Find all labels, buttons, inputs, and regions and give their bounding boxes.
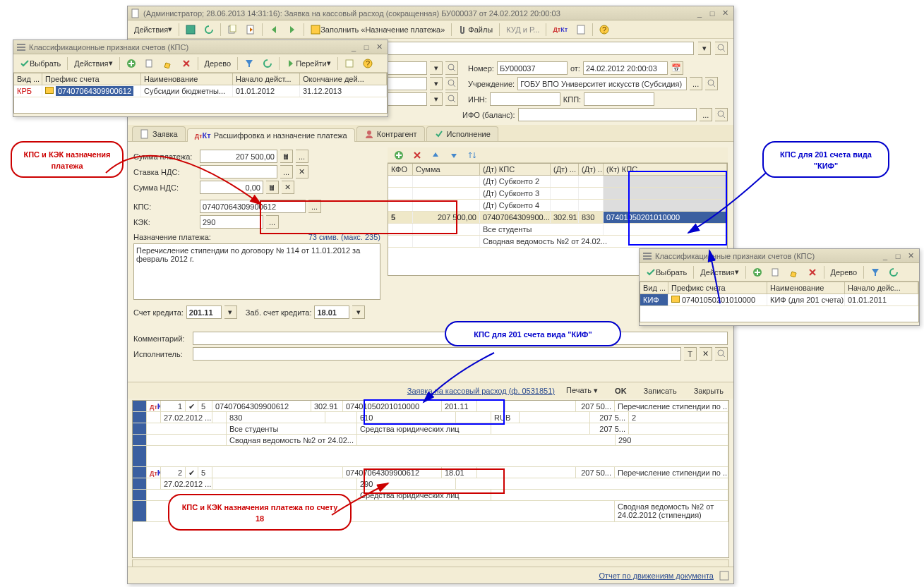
kps-dots[interactable]: ...: [308, 200, 321, 213]
grid-down-icon[interactable]: [445, 148, 462, 162]
kps2-actions-button[interactable]: Действия ▾: [697, 265, 742, 279]
kps2-min[interactable]: _: [880, 250, 891, 262]
kps1-row[interactable]: КРБ 07407064309900612 Субсидии бюджетны.…: [14, 85, 387, 97]
kudir-button[interactable]: КУД и Р...: [503, 23, 543, 37]
kps1-col-vid[interactable]: Вид ...: [14, 73, 42, 85]
form-link[interactable]: Заявка на кассовый расход (ф. 0531851): [407, 387, 555, 395]
col-sum[interactable]: Сумма: [413, 164, 480, 175]
col-dt[interactable]: (Дт) ...: [551, 164, 579, 175]
toolbar-play-icon[interactable]: [284, 23, 301, 37]
movements-report-link[interactable]: Отчет по движениям документа: [599, 571, 714, 580]
kps-input[interactable]: 07407064309900612: [200, 200, 306, 213]
kps1-col-name[interactable]: Наименование: [141, 73, 233, 85]
kps2-add-icon[interactable]: [749, 265, 766, 279]
toolbar-refresh-icon[interactable]: [200, 23, 217, 37]
kps1-min[interactable]: _: [348, 42, 359, 53]
expand-icon[interactable]: [719, 571, 729, 581]
cell-sum[interactable]: 207 500,00: [413, 212, 480, 223]
cell-dtkps[interactable]: 07407064309900...: [480, 212, 551, 223]
org-input[interactable]: ГОБУ ВПО Университет искусств (Субсидия): [517, 77, 687, 90]
kps2-col-start[interactable]: Начало дейс...: [845, 282, 918, 294]
grid-add-icon[interactable]: [390, 148, 407, 162]
kps1-actions-button[interactable]: Действия ▾: [71, 56, 116, 71]
credit-account-input[interactable]: 201.11: [186, 305, 222, 319]
toolbar-copy-icon[interactable]: [224, 23, 241, 37]
cell-dt2[interactable]: 830: [579, 212, 604, 223]
kps1-more-icon[interactable]: [341, 56, 358, 71]
col-dt2[interactable]: (Дт) ...: [579, 164, 604, 175]
stavka-clear[interactable]: ✕: [296, 165, 308, 178]
kps1-col-start[interactable]: Начало дейст...: [233, 73, 300, 85]
executor-clear[interactable]: ✕: [700, 347, 712, 361]
ifo-search-btn[interactable]: [715, 108, 728, 121]
kps2-copy-icon[interactable]: [767, 265, 784, 279]
ok-button[interactable]: OK: [609, 385, 632, 397]
kps2-col-prefix[interactable]: Префикс счета: [668, 282, 767, 294]
kps1-edit-icon[interactable]: [160, 56, 176, 71]
top-selector-search[interactable]: [715, 42, 728, 55]
left-combo-3-search[interactable]: [445, 92, 458, 106]
left-combo-3-btn[interactable]: ▾: [430, 92, 443, 106]
kps1-filter-icon[interactable]: [241, 56, 258, 71]
executor-search[interactable]: [715, 347, 728, 361]
left-combo-1-search[interactable]: [445, 61, 458, 75]
help-icon[interactable]: ?: [596, 23, 613, 37]
kps1-tree-button[interactable]: Дерево: [201, 56, 235, 71]
zab-credit-dropdown[interactable]: ▾: [352, 305, 365, 319]
kps1-goto-button[interactable]: Перейти ▾: [282, 56, 335, 71]
cell-dt[interactable]: 302.91: [551, 212, 579, 223]
kps2-edit-icon[interactable]: [786, 265, 803, 279]
left-combo-2-btn[interactable]: ▾: [430, 77, 443, 90]
kpp-input[interactable]: [584, 92, 654, 106]
kps2-select-button[interactable]: Выбрать: [642, 265, 690, 279]
dt-kt-icon[interactable]: ДтКт: [549, 23, 571, 37]
stavka-dots[interactable]: ...: [280, 165, 293, 178]
sum-calc-icon[interactable]: 🖩: [280, 150, 293, 163]
kps2-tree-button[interactable]: Дерево: [827, 265, 861, 279]
executor-input[interactable]: [193, 347, 681, 361]
cell-ktkps[interactable]: 07401050201010000: [604, 212, 727, 223]
toolbar-save-icon[interactable]: [182, 23, 199, 37]
report-icon[interactable]: [572, 23, 589, 37]
date-picker-icon[interactable]: 📅: [671, 61, 683, 75]
kps1-col-prefix[interactable]: Префикс счета: [42, 73, 141, 85]
toolbar-doc-icon[interactable]: [242, 23, 259, 37]
kek-input[interactable]: 290: [200, 215, 263, 229]
kps2-col-vid[interactable]: Вид ...: [640, 282, 668, 294]
number-input[interactable]: БУ000037: [497, 61, 568, 75]
sum-dots[interactable]: ...: [296, 150, 308, 163]
tab-transcript[interactable]: ДтКтРасшифровка и назначение платежа: [187, 128, 355, 142]
minimize-button[interactable]: _: [694, 8, 705, 19]
top-selector-dropdown[interactable]: ▾: [698, 42, 711, 55]
ifo-select-btn[interactable]: ...: [700, 108, 712, 121]
kps2-refresh-icon[interactable]: [885, 265, 902, 279]
kps2-row[interactable]: КИФ 07401050201010000 КИФ (для 201 счета…: [640, 294, 918, 306]
col-kfo[interactable]: КФО: [388, 164, 413, 175]
kps2-filter-icon[interactable]: [867, 265, 884, 279]
save-button[interactable]: Записать: [638, 385, 683, 397]
kps1-close[interactable]: ✕: [373, 42, 385, 53]
left-combo-1-btn[interactable]: ▾: [430, 61, 443, 75]
files-button[interactable]: Файлы: [455, 23, 496, 37]
close-button[interactable]: ✕: [719, 8, 731, 19]
org-search-btn[interactable]: [705, 77, 718, 90]
col-ktkps[interactable]: (Кт) КПС: [604, 164, 727, 175]
kps1-help-icon[interactable]: ?: [359, 56, 376, 71]
maximize-button[interactable]: □: [707, 8, 718, 19]
zab-credit-input[interactable]: 18.01: [314, 305, 349, 319]
tab-application[interactable]: Заявка: [132, 126, 186, 141]
grid-delete-icon[interactable]: [409, 148, 426, 162]
executor-t-btn[interactable]: T: [684, 347, 697, 361]
inn-input[interactable]: [490, 92, 560, 106]
actions-button[interactable]: Действия ▾: [131, 23, 176, 37]
kps1-del-icon[interactable]: [178, 56, 195, 71]
kps2-col-name[interactable]: Наименование: [767, 282, 845, 294]
tab-execution[interactable]: Исполнение: [426, 126, 498, 141]
credit-account-dropdown[interactable]: ▾: [224, 305, 237, 319]
date-input[interactable]: 24.02.2012 20:00:03: [583, 61, 668, 75]
left-combo-2-search[interactable]: [445, 77, 458, 90]
grid-up-icon[interactable]: [427, 148, 444, 162]
sum-input[interactable]: 207 500,00: [200, 150, 277, 163]
toolbar-back-icon[interactable]: [265, 23, 282, 37]
print-button[interactable]: Печать ▾: [560, 385, 604, 397]
